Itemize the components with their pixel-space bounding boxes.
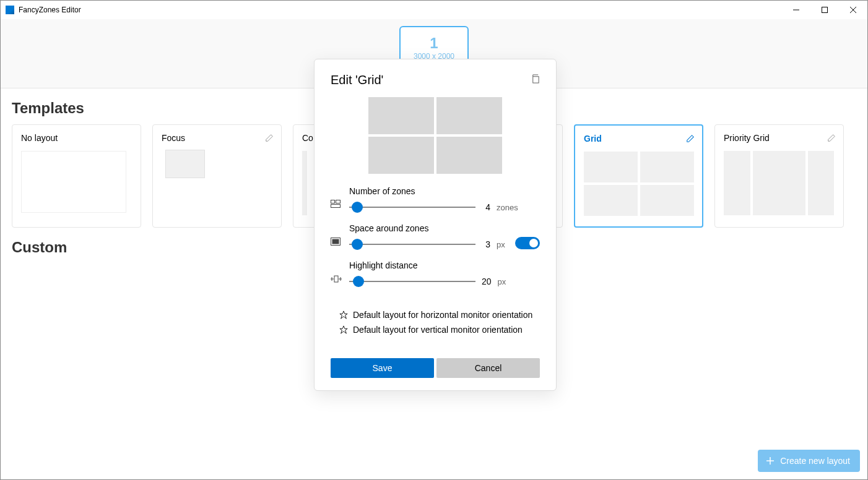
svg-rect-6: [533, 77, 539, 83]
window-title: FancyZones Editor: [19, 6, 81, 14]
highlight-value: 20: [482, 276, 492, 286]
default-horizontal-row[interactable]: Default layout for horizontal monitor or…: [339, 310, 540, 320]
svg-rect-11: [332, 239, 339, 244]
plus-icon: [765, 456, 775, 466]
setting-label: Space around zones: [349, 223, 508, 233]
template-preview: [724, 151, 834, 215]
edit-layout-dialog: Edit 'Grid' Number of zones 4 zones Spac: [314, 59, 557, 391]
template-card-no-layout[interactable]: No layout: [12, 124, 141, 228]
zones-value: 4: [482, 202, 490, 212]
svg-marker-17: [340, 311, 347, 319]
default-vertical-label: Default layout for vertical monitor orie…: [353, 325, 523, 335]
template-preview: [584, 152, 694, 216]
space-unit: px: [497, 240, 505, 249]
spacing-icon: [331, 237, 342, 251]
save-button[interactable]: Save: [331, 358, 434, 378]
template-card-priority-grid[interactable]: Priority Grid: [714, 124, 844, 228]
svg-rect-1: [822, 7, 828, 13]
svg-rect-8: [336, 200, 341, 204]
create-button-label: Create new layout: [780, 456, 850, 466]
svg-marker-18: [340, 326, 347, 333]
create-new-layout-button[interactable]: Create new layout: [758, 450, 860, 472]
star-icon: [339, 325, 348, 334]
template-preview: [21, 151, 126, 213]
app-icon: [6, 6, 14, 14]
template-name: Focus: [162, 133, 185, 143]
star-icon: [339, 311, 348, 319]
minimize-button[interactable]: [782, 1, 810, 19]
pencil-icon[interactable]: [686, 134, 695, 145]
setting-number-of-zones: Number of zones 4 zones: [331, 186, 540, 213]
close-button[interactable]: [839, 1, 867, 19]
template-name: Grid: [584, 134, 602, 144]
monitor-index: 1: [401, 35, 467, 52]
layout-large-preview: [368, 97, 502, 174]
zones-icon: [331, 200, 342, 213]
setting-space-around-zones: Space around zones 3 px: [331, 223, 540, 251]
copy-icon[interactable]: [531, 74, 540, 86]
template-card-focus[interactable]: Focus: [152, 124, 282, 228]
maximize-button[interactable]: [810, 1, 839, 19]
cancel-button[interactable]: Cancel: [436, 358, 540, 378]
template-card-grid[interactable]: Grid: [574, 124, 703, 228]
pencil-icon[interactable]: [265, 134, 274, 145]
zones-unit: zones: [497, 203, 518, 212]
template-name: No layout: [21, 133, 58, 143]
space-slider[interactable]: [349, 238, 475, 251]
zones-slider[interactable]: [349, 201, 475, 213]
svg-rect-14: [334, 276, 338, 282]
highlight-unit: px: [498, 277, 506, 286]
svg-rect-9: [331, 205, 341, 208]
space-toggle[interactable]: [515, 237, 540, 249]
space-value: 3: [482, 239, 490, 249]
default-vertical-row[interactable]: Default layout for vertical monitor orie…: [339, 325, 540, 335]
default-horizontal-label: Default layout for horizontal monitor or…: [353, 310, 532, 320]
titlebar: FancyZones Editor: [1, 1, 867, 19]
setting-highlight-distance: Highlight distance 20 px: [331, 260, 540, 288]
svg-rect-7: [331, 200, 335, 204]
window-controls: [782, 1, 867, 19]
setting-label: Number of zones: [349, 186, 540, 196]
setting-label: Highlight distance: [349, 260, 540, 270]
highlight-slider[interactable]: [349, 275, 475, 288]
pencil-icon[interactable]: [827, 134, 836, 145]
highlight-icon: [331, 274, 342, 288]
template-name: Co: [302, 133, 313, 143]
template-preview: [165, 150, 205, 178]
template-name: Priority Grid: [724, 133, 770, 143]
dialog-title: Edit 'Grid': [331, 73, 540, 87]
